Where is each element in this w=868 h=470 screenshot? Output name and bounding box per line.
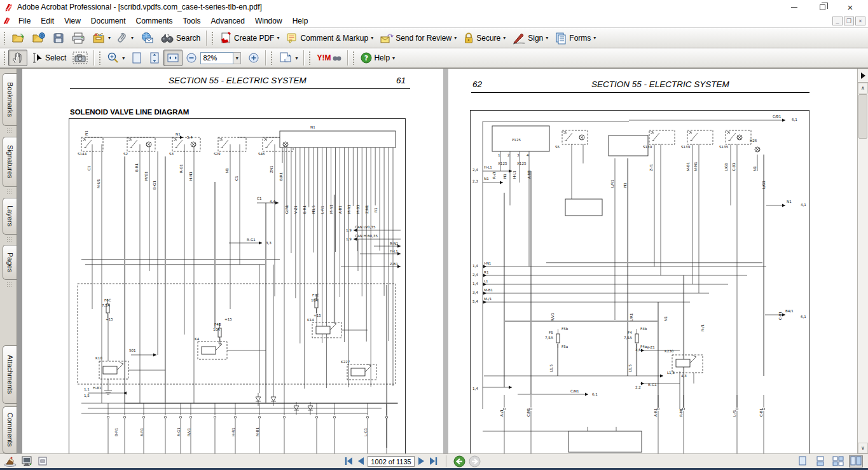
zoom-out-button[interactable] [183, 50, 200, 66]
svg-text:K4: K4 [195, 337, 200, 341]
last-page-button[interactable] [429, 457, 439, 466]
zoom-in-button[interactable] [245, 50, 263, 66]
restore-button[interactable] [808, 0, 836, 14]
doc-minimize-button[interactable]: _ [832, 17, 843, 25]
svg-text:4,1: 4,1 [801, 203, 806, 207]
sidebar-tab-signatures[interactable]: Signatures [3, 137, 17, 187]
print-button[interactable] [68, 30, 88, 46]
toolbar-grip[interactable] [3, 51, 6, 65]
toolbar-grip[interactable] [352, 51, 355, 65]
tab-grip[interactable] [6, 128, 13, 134]
toolbar-grip[interactable] [211, 31, 214, 45]
snapshot-button[interactable] [69, 50, 91, 66]
tab-grip[interactable] [6, 189, 13, 195]
continuous-layout-button[interactable] [813, 455, 827, 467]
zoom-magnifier-icon [107, 52, 120, 64]
open-button[interactable] [8, 30, 29, 46]
comment-markup-label: Comment & Markup [300, 34, 368, 43]
menu-item-file[interactable]: File [13, 15, 36, 27]
sign-pen-icon [512, 32, 526, 45]
single-page-layout-button[interactable] [796, 455, 809, 467]
svg-text:B-G1: B-G1 [153, 181, 156, 190]
doc-close-button[interactable]: × [855, 17, 865, 25]
email-button[interactable] [137, 30, 157, 46]
panel-toggle-button[interactable] [858, 69, 868, 83]
binoculars-search-icon [160, 32, 174, 44]
previous-page-button[interactable] [357, 457, 364, 466]
continuous-facing-layout-button[interactable] [831, 455, 845, 467]
sidebar-tab-comments[interactable]: Comments [3, 406, 17, 453]
history-forward-button[interactable] [469, 455, 481, 467]
next-page-button[interactable] [418, 457, 425, 466]
toolbar-grip[interactable] [308, 51, 312, 65]
main-area: BookmarksSignaturesLayersPagesAttachment… [0, 68, 868, 453]
doc-restore-button[interactable]: ❐ [844, 17, 854, 25]
title-bar: Adobe Acrobat Professional - [scribd.vpd… [0, 0, 868, 14]
select-tool-button[interactable]: Select [27, 50, 69, 66]
menu-item-view[interactable]: View [59, 15, 86, 27]
forms-button[interactable]: Forms▾ [551, 30, 599, 46]
sidebar-tab-attachments[interactable]: Attachments [3, 345, 17, 404]
zoom-value-input[interactable] [200, 52, 233, 64]
yahoo-search-button[interactable]: Y!M [313, 50, 345, 66]
close-icon: × [848, 2, 853, 13]
create-pdf-button[interactable]: Create PDF▾ [216, 30, 282, 46]
sidebar-tab-pages[interactable]: Pages [3, 245, 17, 279]
toolbar-grip[interactable] [3, 31, 6, 45]
page-size-icon[interactable] [37, 455, 48, 467]
monitor-icon[interactable] [20, 455, 33, 467]
page-number-field[interactable] [368, 456, 415, 467]
help-button[interactable]: ? Help▾ [357, 50, 398, 66]
svg-text:C1: C1 [235, 176, 238, 181]
sidebar-tab-layers[interactable]: Layers [3, 198, 17, 234]
scroll-down-button[interactable]: ∨ [858, 443, 868, 453]
first-page-button[interactable] [343, 457, 354, 466]
svg-text:Z-B1: Z-B1 [390, 262, 398, 266]
svg-text:A-/1: A-/1 [500, 409, 504, 417]
scroll-track[interactable] [858, 139, 868, 443]
organizer-button[interactable]: ▾ [88, 30, 114, 46]
menu-bar: FileEditViewDocumentCommentsToolsAdvance… [0, 14, 868, 28]
toolbar-grip[interactable] [99, 51, 102, 65]
svg-text:1,4: 1,4 [472, 387, 478, 391]
close-button[interactable]: × [836, 0, 864, 14]
document-view[interactable]: SECTION 55 - ELECTRIC SYSTEM 61 SOLENOID… [17, 69, 857, 453]
actual-size-button[interactable] [128, 50, 146, 66]
toolbar-grip[interactable] [270, 51, 273, 65]
open-web-button[interactable] [29, 30, 49, 46]
tab-grip[interactable] [6, 237, 13, 243]
send-review-caret: ▾ [454, 35, 457, 41]
menu-item-edit[interactable]: Edit [36, 15, 59, 27]
search-button[interactable]: Search [157, 30, 203, 46]
menu-item-tools[interactable]: Tools [178, 15, 206, 27]
svg-text:B/R1: B/R1 [279, 172, 283, 181]
menu-item-advanced[interactable]: Advanced [206, 15, 250, 27]
sign-button[interactable]: Sign▾ [509, 30, 551, 46]
pdf-page-61: SECTION 55 - ELECTRIC SYSTEM 61 SOLENOID… [22, 69, 443, 453]
secure-button[interactable]: Secure▾ [460, 30, 509, 46]
menu-item-window[interactable]: Window [250, 15, 287, 27]
zoom-dropdown-button[interactable]: ▾ [233, 52, 241, 64]
sidebar-tab-bookmarks[interactable]: Bookmarks [3, 73, 17, 126]
svg-text:H-R1: H-R1 [231, 427, 235, 436]
attach-button[interactable]: ▾ [114, 30, 137, 46]
page-layout-button[interactable]: ▾ [275, 50, 301, 66]
minimize-button[interactable] [780, 0, 808, 14]
send-review-button[interactable]: Send for Review▾ [376, 30, 460, 46]
menu-item-document[interactable]: Document [86, 15, 131, 27]
tab-grip[interactable] [6, 282, 13, 288]
hand-tool-button[interactable] [8, 50, 27, 66]
scroll-up-button[interactable]: ∧ [858, 83, 868, 93]
menu-item-help[interactable]: Help [287, 15, 313, 27]
svg-text:3,3: 3,3 [266, 241, 272, 245]
save-button[interactable] [49, 30, 68, 46]
cake-icon[interactable] [4, 455, 17, 467]
zoom-tool-button[interactable]: ▾ [104, 50, 128, 66]
fit-height-button[interactable] [146, 50, 163, 66]
fit-width-button[interactable] [163, 50, 183, 66]
comment-markup-button[interactable]: Comment & Markup▾ [282, 30, 376, 46]
facing-layout-button[interactable] [849, 455, 863, 467]
scroll-thumb[interactable] [858, 94, 867, 139]
menu-item-comments[interactable]: Comments [131, 15, 178, 27]
history-back-button[interactable] [453, 455, 465, 467]
